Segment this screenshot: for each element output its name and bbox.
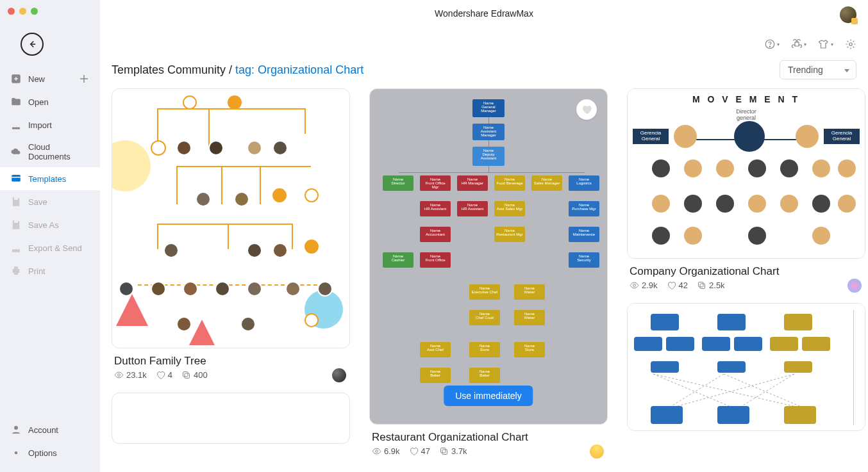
- likes-count: 4: [168, 370, 172, 380]
- sidebar-item-save: Save: [0, 190, 100, 213]
- svg-line-25: [724, 374, 807, 409]
- owner-avatar[interactable]: [590, 444, 604, 459]
- help-icon: [764, 38, 776, 50]
- sidebar-item-label: Save: [28, 197, 90, 207]
- views-count: 6.9k: [384, 446, 400, 456]
- arrow-left-icon: [26, 38, 38, 50]
- sidebar-item-import[interactable]: Import: [0, 113, 100, 136]
- app-title: Wondershare EdrawMax: [435, 8, 533, 19]
- templates-icon: [10, 173, 22, 184]
- sidebar-item-print: Print: [0, 259, 100, 282]
- sidebar-item-templates[interactable]: Templates: [0, 167, 100, 190]
- sidebar: New Open Import Cloud Documents Template…: [0, 0, 100, 472]
- copy-icon: [697, 281, 706, 290]
- maximize-icon[interactable]: [31, 8, 38, 15]
- use-button[interactable]: Use immediately: [444, 386, 533, 406]
- sidebar-item-label: Save As: [28, 220, 90, 230]
- svg-marker-13: [189, 320, 215, 345]
- views-count: 2.9k: [642, 281, 658, 290]
- heart-icon: [409, 446, 419, 456]
- breadcrumb: Templates Community / tag: Organizationa…: [112, 63, 363, 77]
- svg-rect-6: [14, 272, 18, 275]
- close-icon[interactable]: [8, 8, 15, 15]
- heart-icon: [667, 281, 676, 290]
- shortcut-button[interactable]: ▾: [791, 38, 806, 50]
- likes-count: 42: [679, 281, 688, 290]
- shirt-icon: [818, 38, 830, 50]
- svg-rect-3: [14, 220, 18, 223]
- views-count: 23.1k: [126, 370, 147, 380]
- settings-button[interactable]: [845, 38, 856, 50]
- svg-rect-5: [14, 266, 18, 269]
- svg-point-10: [769, 46, 770, 47]
- minimize-icon[interactable]: [19, 8, 26, 15]
- cloud-icon: [10, 146, 22, 158]
- svg-point-14: [118, 374, 121, 377]
- sidebar-item-label: Options: [28, 448, 90, 458]
- sidebar-item-open[interactable]: Open: [0, 90, 100, 113]
- eye-icon: [372, 446, 381, 456]
- svg-rect-16: [183, 372, 188, 377]
- export-icon: [10, 242, 22, 254]
- svg-rect-1: [12, 175, 21, 182]
- plus-icon[interactable]: [78, 73, 90, 85]
- template-card-dutton[interactable]: Dutton Family Tree 23.1k 4 400: [112, 88, 350, 381]
- copy-icon: [439, 446, 449, 456]
- svg-line-27: [737, 374, 794, 409]
- owner-avatar[interactable]: [847, 279, 862, 293]
- folder-icon: [10, 96, 22, 108]
- svg-marker-12: [116, 294, 148, 326]
- sidebar-item-label: Templates: [28, 174, 90, 184]
- copies-count: 2.5k: [709, 281, 725, 290]
- svg-rect-21: [700, 284, 705, 289]
- sidebar-item-saveas: Save As: [0, 213, 100, 236]
- template-card-placeholder[interactable]: [112, 393, 350, 444]
- card-title: Restaurant Organizational Chart: [372, 431, 606, 444]
- avatar[interactable]: [840, 6, 856, 23]
- owner-avatar[interactable]: [332, 368, 346, 382]
- svg-line-26: [666, 374, 794, 409]
- heart-icon: [156, 370, 165, 380]
- main: Wondershare EdrawMax ▾ ▾ ▾ Templates Com…: [100, 0, 868, 472]
- sidebar-item-new[interactable]: New: [0, 67, 100, 90]
- breadcrumb-tag[interactable]: tag: Organizational Chart: [235, 63, 363, 76]
- svg-point-8: [15, 452, 18, 455]
- svg-rect-22: [699, 282, 704, 288]
- template-card-matrix[interactable]: [627, 303, 865, 431]
- template-card-company[interactable]: M O V E M E N T Director general Gerenci…: [627, 88, 865, 291]
- sidebar-item-options[interactable]: Options: [0, 441, 100, 464]
- svg-point-17: [376, 450, 378, 453]
- save-icon: [10, 196, 22, 208]
- sidebar-item-label: Print: [28, 266, 90, 276]
- sidebar-item-label: Cloud Documents: [28, 142, 90, 161]
- preview-subtitle: Director general: [628, 108, 865, 121]
- sidebar-item-cloud[interactable]: Cloud Documents: [0, 136, 100, 167]
- back-button[interactable]: [21, 33, 44, 56]
- sidebar-item-label: Open: [28, 97, 90, 107]
- toolbar: ▾ ▾ ▾: [764, 38, 856, 50]
- eye-icon: [114, 370, 124, 380]
- print-icon: [10, 265, 22, 277]
- sidebar-item-label: Export & Send: [28, 243, 90, 253]
- command-icon: [791, 38, 803, 50]
- sidebar-item-account[interactable]: Account: [0, 418, 100, 441]
- svg-point-20: [633, 284, 636, 287]
- svg-rect-15: [185, 373, 190, 378]
- help-button[interactable]: ▾: [764, 38, 780, 50]
- sort-label: Trending: [788, 65, 823, 75]
- preview-title: M O V E M E N T: [628, 94, 865, 104]
- theme-button[interactable]: ▾: [818, 38, 833, 50]
- saveas-icon: [10, 219, 22, 231]
- sidebar-item-label: Account: [28, 425, 90, 435]
- svg-point-7: [14, 426, 18, 430]
- gear-icon: [10, 447, 22, 459]
- card-title: Company Organizational Chart: [630, 265, 864, 278]
- sidebar-item-label: Import: [28, 120, 90, 130]
- sort-select[interactable]: Trending: [780, 60, 856, 79]
- template-card-restaurant[interactable]: NameGeneral Manager NameAssistant Manage…: [369, 88, 608, 457]
- breadcrumb-root[interactable]: Templates Community /: [112, 63, 235, 76]
- svg-line-28: [653, 374, 737, 409]
- titlebar: Wondershare EdrawMax: [100, 0, 868, 27]
- sidebar-item-export: Export & Send: [0, 236, 100, 259]
- sidebar-item-label: New: [28, 74, 45, 84]
